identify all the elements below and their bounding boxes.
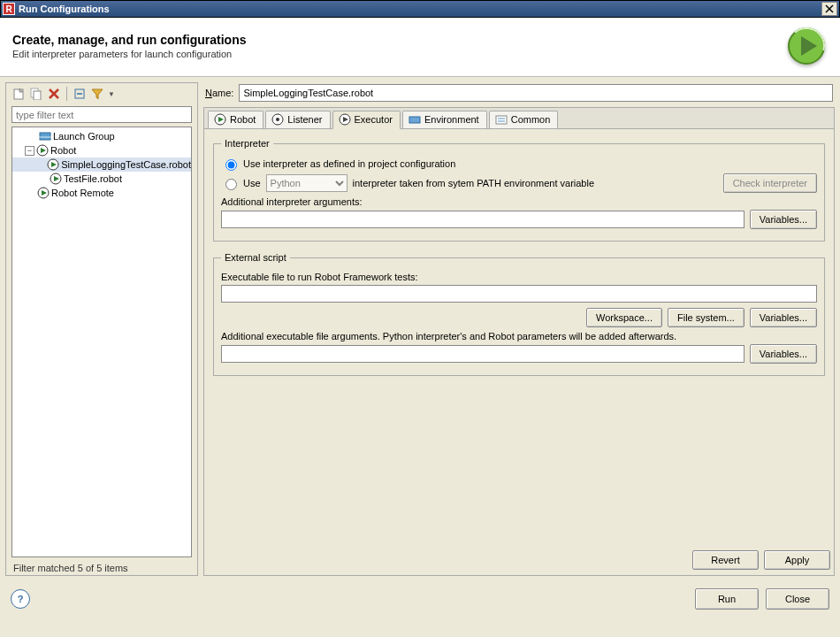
toolbar-separator bbox=[66, 87, 67, 101]
external-legend: External script bbox=[221, 252, 290, 263]
radio-use-named-interpreter[interactable] bbox=[225, 179, 237, 190]
filter-status: Filter matched 5 of 5 items bbox=[6, 561, 197, 575]
help-button[interactable]: ? bbox=[11, 589, 30, 609]
radio-use-project-interpreter[interactable] bbox=[225, 159, 237, 171]
dialog-title: Create, manage, and run configurations bbox=[12, 33, 785, 47]
tab-executor[interactable]: Executor bbox=[332, 111, 401, 129]
close-icon bbox=[825, 4, 834, 13]
interpreter-legend: Interpreter bbox=[221, 138, 273, 149]
help-icon: ? bbox=[18, 594, 24, 604]
svg-rect-8 bbox=[34, 91, 41, 100]
robot-run-icon bbox=[50, 173, 62, 185]
close-window-button[interactable] bbox=[821, 2, 837, 16]
name-label: Name: bbox=[205, 88, 233, 98]
tree-toolbar: ▼ bbox=[6, 83, 197, 104]
executor-tab-icon bbox=[339, 113, 351, 126]
interpreter-group: Interpreter Use interpreter as defined i… bbox=[213, 138, 825, 242]
external-script-group: External script Executable file to run R… bbox=[213, 252, 825, 376]
filter-config-icon[interactable] bbox=[90, 87, 104, 101]
environment-tab-icon bbox=[409, 114, 421, 125]
config-tree-pane: ▼ Launch Group − Robot bbox=[5, 82, 198, 576]
dialog-footer: ? Run Close bbox=[0, 581, 840, 618]
window-title: Run Configurations bbox=[19, 4, 821, 14]
launch-group-icon bbox=[39, 130, 51, 142]
robot-run-icon bbox=[47, 158, 59, 171]
tab-common[interactable]: Common bbox=[489, 111, 559, 128]
tree-node-robot-child[interactable]: TestFile.robot bbox=[12, 172, 191, 186]
robot-tab-icon bbox=[214, 113, 226, 126]
tree-node-robot-remote[interactable]: Robot Remote bbox=[12, 186, 191, 200]
tree-label: SimpleLoggingTestCase.robot bbox=[61, 159, 191, 170]
svg-rect-30 bbox=[409, 117, 420, 123]
variables-button[interactable]: Variables... bbox=[750, 344, 817, 364]
tab-executor-content: Interpreter Use interpreter as defined i… bbox=[204, 129, 834, 545]
tab-bar: Robot Listener Executor Environment Comm… bbox=[204, 108, 834, 129]
app-icon: R bbox=[3, 3, 15, 15]
variables-button[interactable]: Variables... bbox=[750, 210, 817, 229]
dialog-header: Create, manage, and run configurations E… bbox=[0, 18, 840, 77]
workspace-button[interactable]: Workspace... bbox=[586, 308, 662, 327]
tab-listener[interactable]: Listener bbox=[265, 111, 330, 128]
tree-node-robot[interactable]: − Robot bbox=[12, 143, 191, 157]
tree-label: TestFile.robot bbox=[64, 173, 122, 184]
variables-button[interactable]: Variables... bbox=[750, 308, 817, 327]
dialog-subtitle: Edit interpreter parameters for launch c… bbox=[12, 49, 785, 59]
radio-label: Use bbox=[243, 178, 261, 188]
additional-args-label: Additional interpreter arguments: bbox=[221, 196, 817, 207]
config-name-input[interactable] bbox=[239, 84, 833, 102]
additional-exec-args-label: Additional executable file arguments. Py… bbox=[221, 331, 817, 342]
interpreter-combo[interactable]: Python bbox=[266, 174, 347, 192]
exec-file-input[interactable] bbox=[221, 285, 817, 303]
exec-file-label: Executable file to run Robot Framework t… bbox=[221, 272, 817, 282]
tree-label: Robot Remote bbox=[51, 188, 114, 198]
delete-config-icon[interactable] bbox=[47, 87, 61, 101]
new-config-icon[interactable] bbox=[11, 87, 26, 101]
radio-label: Use interpreter as defined in project co… bbox=[243, 158, 455, 169]
revert-apply-row: Revert Apply bbox=[204, 545, 834, 575]
close-button[interactable]: Close bbox=[766, 588, 829, 610]
svg-marker-13 bbox=[92, 89, 103, 99]
collapse-all-icon[interactable] bbox=[73, 87, 87, 101]
tab-environment[interactable]: Environment bbox=[402, 111, 487, 128]
check-interpreter-button[interactable]: Check interpreter bbox=[723, 173, 817, 193]
filter-dropdown-icon[interactable]: ▼ bbox=[108, 90, 115, 98]
tab-container: Robot Listener Executor Environment Comm… bbox=[203, 107, 835, 576]
common-tab-icon bbox=[495, 114, 508, 125]
title-bar: R Run Configurations bbox=[0, 0, 840, 18]
svg-point-27 bbox=[276, 118, 279, 121]
tab-label: Environment bbox=[424, 114, 479, 125]
config-editor-pane: Name: Robot Listener Executor bbox=[203, 82, 835, 576]
tab-label: Common bbox=[511, 114, 551, 125]
expand-toggle-icon[interactable]: − bbox=[25, 146, 34, 156]
listener-tab-icon bbox=[271, 113, 284, 126]
tab-label: Robot bbox=[230, 114, 256, 125]
config-tree[interactable]: Launch Group − Robot SimpleLoggingTestCa… bbox=[11, 127, 192, 557]
tree-node-launch-group[interactable]: Launch Group bbox=[12, 129, 191, 143]
tree-filter-input[interactable] bbox=[11, 106, 192, 123]
tree-label: Launch Group bbox=[53, 131, 115, 142]
tab-robot[interactable]: Robot bbox=[208, 111, 263, 128]
revert-button[interactable]: Revert bbox=[692, 550, 759, 570]
tree-label: Robot bbox=[50, 145, 76, 156]
dialog-body: ▼ Launch Group − Robot bbox=[0, 77, 840, 581]
additional-exec-args-input[interactable] bbox=[221, 345, 745, 363]
svg-rect-31 bbox=[496, 116, 507, 124]
tab-label: Executor bbox=[355, 114, 393, 125]
apply-button[interactable]: Apply bbox=[764, 550, 830, 570]
robot-run-icon bbox=[36, 144, 49, 157]
tree-node-robot-child[interactable]: SimpleLoggingTestCase.robot bbox=[12, 157, 191, 172]
tab-label: Listener bbox=[287, 114, 322, 125]
duplicate-config-icon[interactable] bbox=[29, 87, 43, 101]
robot-remote-icon bbox=[37, 187, 50, 199]
filesystem-button[interactable]: File system... bbox=[668, 308, 745, 327]
run-button[interactable]: Run bbox=[695, 588, 759, 610]
run-header-icon bbox=[785, 25, 828, 67]
svg-rect-15 bbox=[39, 136, 51, 138]
additional-args-input[interactable] bbox=[221, 211, 745, 228]
radio-label-tail: interpreter taken from sytem PATH enviro… bbox=[353, 178, 594, 188]
